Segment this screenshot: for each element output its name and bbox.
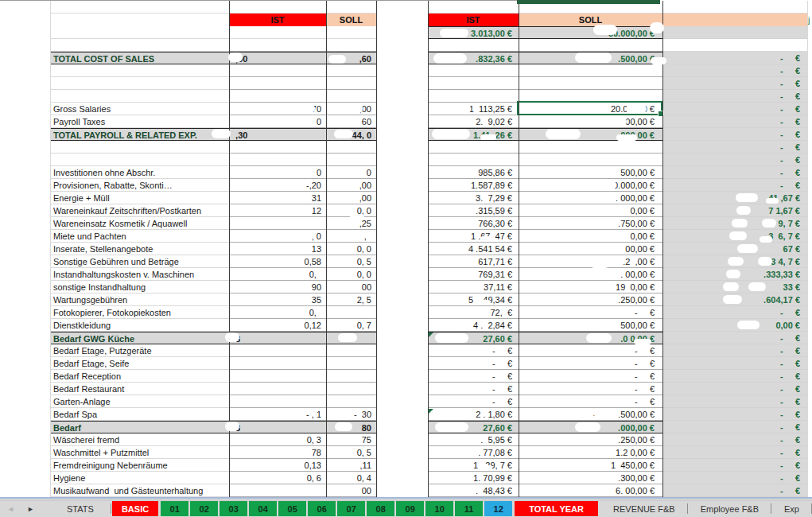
- cell-ist-pct[interactable]: [229, 39, 326, 52]
- cell-ist-pct[interactable]: 8: [229, 332, 326, 344]
- cell-right-eur[interactable]: - €: [662, 484, 807, 497]
- row-label[interactable]: sonstige Instandhaltung: [50, 281, 229, 293]
- cell-ist-eur[interactable]: [428, 154, 519, 166]
- sheet-tab-total-year[interactable]: TOTAL YEAR: [515, 501, 598, 516]
- cell-soll-pct[interactable]: [326, 141, 376, 154]
- cell-soll-pct[interactable]: [326, 77, 376, 90]
- cell-right-eur[interactable]: 67 €: [662, 243, 807, 255]
- cell-ist-eur[interactable]: [428, 90, 519, 103]
- cell-soll-pct[interactable]: [326, 64, 376, 77]
- row-label[interactable]: [50, 141, 229, 154]
- cell-soll-eur[interactable]: - €: [519, 306, 662, 319]
- cell-ist-pct[interactable]: ,90: [229, 52, 326, 64]
- cell-soll-pct[interactable]: [326, 1, 376, 14]
- cell-right-eur[interactable]: - €: [662, 446, 807, 459]
- sheet-tab-05[interactable]: 05: [278, 501, 306, 516]
- cell-right-eur[interactable]: - €: [662, 90, 807, 103]
- cell-ist-pct[interactable]: 78: [229, 446, 326, 459]
- cell-right-eur[interactable]: 41 ,67 €: [662, 192, 807, 204]
- cell-ist-pct[interactable]: [229, 64, 326, 77]
- sheet-tab-06[interactable]: 06: [308, 501, 336, 516]
- cell-right-eur[interactable]: - €: [662, 408, 807, 421]
- row-label[interactable]: Waschmittel + Putzmittel: [50, 446, 229, 459]
- row-label[interactable]: Wartungsgebühren: [50, 293, 229, 306]
- cell-soll-eur[interactable]: 50.000,00 €: [519, 26, 662, 39]
- cell-soll-eur[interactable]: [519, 39, 662, 52]
- row-label[interactable]: Bedarf Restaurant: [50, 383, 229, 395]
- row-label[interactable]: Investitionen ohne Abschr.: [50, 166, 229, 179]
- cell-right-eur[interactable]: - €: [662, 141, 807, 154]
- cell-ist-pct[interactable]: [229, 344, 326, 357]
- cell-ist-pct[interactable]: 0,12: [229, 319, 326, 332]
- row-label[interactable]: Energie + Müll: [50, 192, 229, 204]
- cell-right-eur[interactable]: - €: [662, 154, 807, 166]
- cell-soll-pct[interactable]: [326, 39, 376, 52]
- cell-ist-pct[interactable]: [229, 370, 326, 383]
- cell-right-eur[interactable]: 7 1,67 €: [662, 204, 807, 217]
- row-label[interactable]: Provisionen, Rabatte, Skonti…: [50, 179, 229, 192]
- cell-right-eur[interactable]: [662, 39, 807, 52]
- sheet-tab-12[interactable]: 12: [484, 501, 512, 516]
- cell-ist-pct[interactable]: [229, 484, 326, 497]
- cell-soll-pct[interactable]: 0, 0: [326, 268, 376, 281]
- cell-right-eur[interactable]: - €: [662, 166, 807, 179]
- cell-ist-pct[interactable]: [229, 154, 326, 166]
- cell-ist-pct[interactable]: 35: [229, 293, 326, 306]
- row-label[interactable]: Payroll Taxes: [50, 115, 229, 128]
- sheet-tab-exp[interactable]: Exp: [771, 500, 812, 517]
- cell-right-eur[interactable]: - €: [662, 179, 807, 192]
- cell-ist-pct[interactable]: [229, 141, 326, 154]
- sheet-tab-employee-f-b[interactable]: Employee F&B: [688, 500, 771, 517]
- cell-right-eur[interactable]: 0,00 €: [662, 319, 807, 332]
- row-label[interactable]: [50, 39, 229, 52]
- cell-soll-eur[interactable]: 500,00 €: [519, 166, 662, 179]
- row-label[interactable]: Garten-Anlage: [50, 395, 229, 408]
- cell-soll-eur[interactable]: [519, 64, 662, 77]
- cell-right-eur[interactable]: - €: [662, 383, 807, 395]
- cell-ist-eur[interactable]: [428, 141, 519, 154]
- worksheet-grid[interactable]: ISTSOLLISTSOLL3.013,00 €50.000,00 €TOTAL…: [0, 0, 812, 500]
- row-label[interactable]: Wareneinsatz Kosmetik / Aquawell: [50, 217, 229, 230]
- cell-soll-pct[interactable]: [326, 395, 376, 408]
- cell-ist-pct[interactable]: 90: [229, 281, 326, 293]
- row-label[interactable]: Bedarf Etage, Putzgeräte: [50, 344, 229, 357]
- ist-header-left[interactable]: IST: [229, 14, 326, 26]
- cell-soll-eur[interactable]: [519, 77, 662, 90]
- cell-right-eur[interactable]: - €: [662, 52, 807, 64]
- ist-header-right[interactable]: IST: [428, 14, 519, 26]
- sheet-tab-11[interactable]: 11: [455, 501, 483, 516]
- row-label[interactable]: Bedarf Etage, Seife: [50, 357, 229, 370]
- cell-soll-pct[interactable]: 0, 5: [326, 255, 376, 268]
- cell-ist-pct[interactable]: 0,: [229, 268, 326, 281]
- cell-soll-pct[interactable]: 0, 7: [326, 319, 376, 332]
- cell-soll-eur[interactable]: - €: [519, 395, 662, 408]
- row-label[interactable]: Instandhaltungskosten v. Maschinen: [50, 268, 229, 281]
- cell-soll-pct[interactable]: [326, 370, 376, 383]
- cell-right-eur[interactable]: - €: [662, 306, 807, 319]
- cell-ist-eur[interactable]: [428, 1, 519, 14]
- cell-soll-pct[interactable]: ,11: [326, 459, 376, 472]
- cell-ist-eur[interactable]: - €: [428, 395, 519, 408]
- cell-right-eur[interactable]: [662, 1, 807, 14]
- row-label[interactable]: Dienstkleidung: [50, 319, 229, 332]
- cell-soll-pct[interactable]: [326, 154, 376, 166]
- cell-soll-eur[interactable]: 1 450,00 €: [519, 459, 662, 472]
- cell-ist-pct[interactable]: [229, 1, 326, 14]
- cell-ist-pct[interactable]: [229, 357, 326, 370]
- row-label[interactable]: Miete und Pachten: [50, 230, 229, 243]
- cell-right-eur[interactable]: - €: [662, 344, 807, 357]
- sheet-tab-09[interactable]: 09: [396, 501, 424, 516]
- cell-right-eur[interactable]: - €: [662, 395, 807, 408]
- cell-ist-pct[interactable]: 0,: [229, 306, 326, 319]
- cell-ist-pct[interactable]: 8: [229, 421, 326, 433]
- row-label[interactable]: [50, 64, 229, 77]
- cell-ist-eur[interactable]: - €: [428, 370, 519, 383]
- row-label[interactable]: Hygiene: [50, 472, 229, 484]
- row-label[interactable]: TOTAL PAYROLL & RELATED EXP.: [50, 128, 229, 141]
- cell-soll-eur[interactable]: - €: [519, 357, 662, 370]
- sheet-tab-03[interactable]: 03: [220, 501, 247, 516]
- cell-soll-eur[interactable]: 2 .000,00 €: [519, 115, 662, 128]
- row-label[interactable]: Fotokopierer, Fotokopiekosten: [50, 306, 229, 319]
- cell-soll-eur[interactable]: 0.000,00 €: [519, 179, 662, 192]
- tab-scroll-left-icon[interactable]: ◄: [7, 505, 14, 513]
